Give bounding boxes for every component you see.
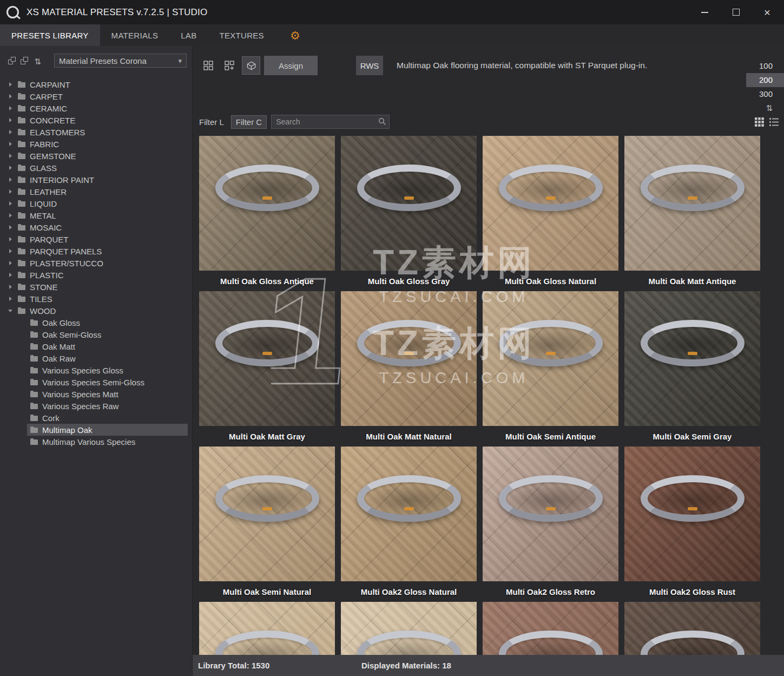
- filter-categories-button[interactable]: Filter C: [231, 115, 267, 129]
- grid-view-icon[interactable]: [755, 117, 764, 129]
- sort-materials-icon[interactable]: ⇅: [746, 101, 784, 115]
- material-card[interactable]: Multi Oak Matt Gray: [199, 291, 335, 447]
- material-thumbnail[interactable]: [199, 602, 335, 655]
- tree-subcategory[interactable]: Oak Matt: [27, 340, 188, 352]
- expand-arrow-icon[interactable]: [8, 237, 14, 242]
- tree-category[interactable]: CARPAINT: [0, 78, 192, 90]
- tree-category[interactable]: METAL: [0, 209, 192, 221]
- tree-category[interactable]: FABRIC: [0, 138, 192, 150]
- maximize-button[interactable]: [720, 0, 752, 24]
- expand-arrow-icon[interactable]: [8, 213, 14, 218]
- tree-subcategory[interactable]: Cork: [27, 412, 188, 424]
- tree-category[interactable]: INTERIOR PAINT: [0, 174, 192, 186]
- tree-category[interactable]: LEATHER: [0, 186, 192, 198]
- tree-subcategory[interactable]: Various Species Matt: [27, 388, 188, 400]
- material-cube-icon[interactable]: [242, 56, 260, 75]
- thumb-size-option[interactable]: 200: [746, 73, 784, 87]
- expand-arrow-icon[interactable]: [8, 165, 14, 170]
- tree-category[interactable]: CONCRETE: [0, 114, 192, 126]
- material-card[interactable]: Multi Oak Matt Natural: [341, 291, 477, 447]
- tree-category[interactable]: GLASS: [0, 162, 192, 174]
- tree-subcategory[interactable]: Various Species Gloss: [27, 364, 188, 376]
- expand-arrow-icon[interactable]: [8, 272, 14, 278]
- tree-category[interactable]: PLASTER/STUCCO: [0, 257, 192, 269]
- gear-icon[interactable]: ⚙: [290, 30, 300, 41]
- tree-category[interactable]: TILES: [0, 293, 192, 305]
- material-card[interactable]: Multi Oak Gloss Gray: [341, 136, 477, 291]
- material-thumbnail[interactable]: [341, 136, 477, 271]
- material-card[interactable]: [483, 602, 618, 655]
- tree-subcategory[interactable]: Multimap Oak: [27, 424, 188, 436]
- expand-arrow-icon[interactable]: [8, 201, 14, 206]
- expand-arrow-icon[interactable]: [8, 106, 14, 111]
- material-thumbnail[interactable]: [624, 136, 760, 271]
- material-card[interactable]: Multi Oak Semi Gray: [624, 291, 760, 447]
- minimize-button[interactable]: [689, 0, 720, 24]
- material-thumbnail[interactable]: [624, 291, 760, 426]
- tree-category[interactable]: ELASTOMERS: [0, 126, 192, 138]
- expand-arrow-icon[interactable]: [8, 129, 14, 135]
- tree-subcategory[interactable]: Oak Raw: [27, 352, 188, 364]
- tab[interactable]: TEXTURES: [208, 24, 275, 46]
- tab[interactable]: MATERIALS: [100, 24, 170, 46]
- material-thumbnail[interactable]: [624, 602, 760, 655]
- material-thumbnail[interactable]: [483, 602, 618, 655]
- tree-subcategory[interactable]: Oak Gloss: [27, 317, 188, 329]
- material-thumbnail[interactable]: [341, 291, 477, 426]
- tree-category[interactable]: MOSAIC: [0, 221, 192, 233]
- expand-arrow-icon[interactable]: [8, 284, 14, 290]
- material-thumbnail[interactable]: [624, 447, 760, 581]
- material-card[interactable]: Multi Oak Semi Natural: [199, 447, 335, 602]
- rws-button[interactable]: RWS: [356, 56, 383, 75]
- material-thumbnail[interactable]: [199, 447, 335, 581]
- material-card[interactable]: [199, 602, 335, 655]
- material-card[interactable]: [341, 602, 477, 655]
- material-thumbnail[interactable]: [341, 447, 477, 581]
- expand-arrow-icon[interactable]: [8, 94, 14, 99]
- material-card[interactable]: Multi Oak Gloss Natural: [483, 136, 618, 291]
- tree-subcategory[interactable]: Multimap Various Species: [27, 436, 188, 448]
- thumb-size-option[interactable]: 100: [746, 59, 784, 73]
- material-card[interactable]: [624, 602, 760, 655]
- material-thumbnail[interactable]: [199, 291, 335, 426]
- tree-category[interactable]: PARQUET PANELS: [0, 245, 192, 257]
- tree-subcategory[interactable]: Various Species Raw: [27, 400, 188, 412]
- material-card[interactable]: Multi Oak Semi Antique: [483, 291, 618, 447]
- new-library-icon[interactable]: [8, 57, 17, 66]
- material-thumbnail[interactable]: [199, 136, 335, 271]
- close-button[interactable]: ×: [752, 0, 783, 24]
- tree-category[interactable]: STONE: [0, 281, 192, 293]
- expand-arrow-icon[interactable]: [8, 141, 14, 147]
- tree-category[interactable]: LIQUID: [0, 198, 192, 209]
- assign-button[interactable]: Assign: [264, 56, 318, 75]
- tab[interactable]: PRESETS LIBRARY: [0, 24, 100, 46]
- material-card[interactable]: Multi Oak Gloss Antique: [199, 136, 335, 291]
- expand-arrow-icon[interactable]: [8, 117, 14, 123]
- tree-subcategory[interactable]: Various Species Semi-Gloss: [27, 376, 188, 388]
- duplicate-library-icon[interactable]: [21, 57, 30, 66]
- material-card[interactable]: Multi Oak Matt Antique: [624, 136, 760, 291]
- material-thumbnail[interactable]: [483, 291, 618, 426]
- expand-arrow-icon[interactable]: [8, 177, 14, 182]
- expand-arrow-icon[interactable]: [8, 225, 14, 230]
- material-thumbnail[interactable]: [483, 447, 618, 581]
- expand-arrow-icon[interactable]: [8, 82, 14, 87]
- tree-category[interactable]: GEMSTONE: [0, 150, 192, 162]
- material-thumbnail[interactable]: [341, 602, 477, 655]
- expand-arrow-icon[interactable]: [8, 189, 14, 194]
- filter-labels-button[interactable]: Filter L: [199, 117, 224, 127]
- tree-subcategory[interactable]: Oak Semi-Gloss: [27, 329, 188, 340]
- material-card[interactable]: Multi Oak2 Gloss Rust: [624, 447, 760, 602]
- expand-arrow-icon[interactable]: [8, 260, 14, 266]
- grid-thumbs-icon[interactable]: [199, 56, 218, 75]
- tab[interactable]: LAB: [169, 24, 208, 46]
- tree-category[interactable]: PLASTIC: [0, 269, 192, 281]
- expand-arrow-icon[interactable]: [8, 296, 14, 301]
- expand-arrow-icon[interactable]: [8, 248, 14, 254]
- tree-category[interactable]: CARPET: [0, 90, 192, 102]
- add-material-icon[interactable]: [220, 56, 239, 75]
- tree-category[interactable]: CERAMIC: [0, 102, 192, 114]
- tree-category[interactable]: PARQUET: [0, 233, 192, 245]
- sort-tree-icon[interactable]: ⇅: [33, 57, 42, 66]
- renderer-dropdown[interactable]: Material Presets Corona ▾: [54, 54, 187, 68]
